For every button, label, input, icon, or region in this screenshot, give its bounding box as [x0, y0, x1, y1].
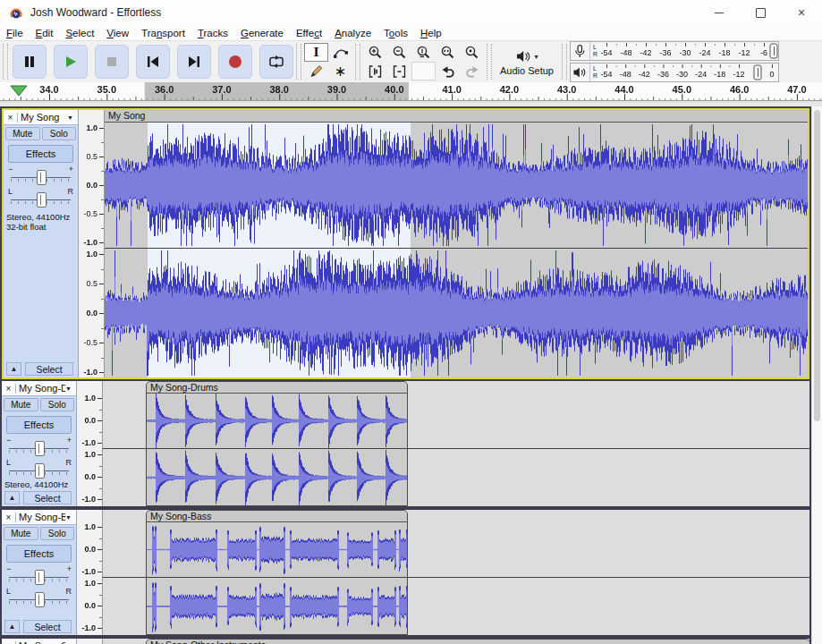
close-track-icon[interactable]: × [4, 113, 18, 123]
solo-button[interactable]: Solo [40, 398, 75, 411]
mute-button[interactable]: Mute [5, 127, 40, 140]
menu-edit[interactable]: Edit [30, 27, 60, 39]
loop-button[interactable] [259, 45, 293, 79]
menu-analyze[interactable]: Analyze [328, 27, 377, 39]
play-button[interactable] [54, 45, 88, 79]
track-name[interactable]: My Song [18, 112, 67, 123]
menu-view[interactable]: View [100, 27, 135, 39]
waveform-channel-right[interactable] [147, 579, 407, 634]
track-name[interactable]: My Song-Other Instruments [16, 640, 65, 644]
effects-button[interactable]: Effects [6, 545, 72, 563]
silence-audio-button[interactable] [387, 62, 411, 80]
playback-meter[interactable] [599, 64, 778, 81]
close-track-icon[interactable]: × [2, 513, 16, 522]
zoom-in-button[interactable] [363, 43, 387, 62]
undo-button[interactable] [436, 62, 460, 80]
audio-clip[interactable]: My Song-Other Instruments [146, 639, 809, 644]
skip-to-start-button[interactable] [136, 45, 170, 79]
envelope-tool-button[interactable] [328, 43, 352, 62]
clip-header[interactable]: My Song-Drums [147, 382, 407, 394]
collapse-track-icon[interactable]: ▲ [4, 620, 20, 633]
menu-generate[interactable]: Generate [234, 27, 290, 39]
toolbar-gripper[interactable] [296, 44, 301, 80]
waveform-channel-left[interactable] [105, 123, 808, 248]
select-track-button[interactable]: Select [23, 491, 72, 504]
menu-select[interactable]: Select [59, 27, 100, 39]
vertical-ruler[interactable] [77, 381, 103, 506]
menu-file[interactable]: File [0, 27, 30, 39]
track-menu-caret-icon[interactable]: ▼ [65, 386, 76, 392]
vertical-ruler[interactable] [77, 510, 103, 635]
menu-effect[interactable]: Effect [290, 27, 328, 39]
track-name[interactable]: My Song-Drums [16, 383, 65, 394]
gain-slider-thumb[interactable] [35, 441, 45, 456]
audio-setup-button[interactable]: ▾ Audio Setup [500, 44, 554, 80]
track-menu-caret-icon[interactable]: ▼ [67, 114, 78, 121]
toolbar-gripper[interactable] [3, 44, 8, 80]
recording-meter[interactable] [599, 42, 778, 60]
timeline-ruler[interactable] [0, 82, 822, 106]
vertical-ruler[interactable] [79, 110, 105, 377]
collapse-track-icon[interactable]: ▲ [6, 362, 21, 376]
audio-clip[interactable]: My Song-Bass [146, 510, 408, 635]
playback-meter-button[interactable] [571, 64, 590, 81]
clip-header[interactable]: My Song [105, 110, 808, 123]
selection-tool-button[interactable]: I [304, 43, 328, 62]
solo-button[interactable]: Solo [42, 127, 77, 140]
multi-tool-button[interactable]: ∗ [328, 62, 352, 80]
gain-slider-thumb[interactable] [37, 170, 47, 185]
gain-slider[interactable]: − + [9, 436, 69, 456]
close-button[interactable]: × [781, 0, 822, 25]
menu-tools[interactable]: Tools [377, 27, 414, 39]
pan-slider-thumb[interactable] [35, 463, 45, 479]
select-track-button[interactable]: Select [25, 362, 73, 376]
toolbar-gripper[interactable] [562, 44, 567, 80]
waveform-area[interactable]: My Song-Drums [103, 381, 809, 506]
minimize-button[interactable] [699, 0, 740, 25]
timeline-canvas[interactable] [0, 82, 822, 106]
waveform-channel-left[interactable] [147, 522, 407, 577]
gain-slider-thumb[interactable] [35, 570, 45, 585]
skip-to-end-button[interactable] [177, 45, 211, 79]
gain-slider[interactable]: − + [11, 165, 71, 185]
pan-slider-thumb[interactable] [35, 592, 45, 607]
toolbar-gripper[interactable] [355, 44, 360, 80]
pan-slider[interactable]: L R [11, 187, 71, 208]
zoom-out-button[interactable] [387, 43, 411, 62]
close-track-icon[interactable]: × [2, 384, 16, 394]
menu-tracks[interactable]: Tracks [191, 27, 234, 39]
vertical-scrollbar[interactable] [811, 106, 822, 644]
clip-header[interactable]: My Song-Bass [147, 511, 407, 522]
waveform-channel-left[interactable] [147, 394, 407, 448]
toolbar-gripper[interactable] [487, 44, 492, 80]
zoom-toggle-button[interactable] [460, 43, 484, 62]
effects-button[interactable]: Effects [8, 145, 73, 163]
track-menu-caret-icon[interactable]: ▼ [65, 514, 76, 521]
menu-help[interactable]: Help [414, 27, 448, 39]
pan-slider[interactable]: L R [9, 587, 69, 607]
redo-button[interactable] [460, 62, 484, 80]
clip-header[interactable]: My Song-Other Instruments [147, 640, 809, 644]
scrollbar-thumb[interactable] [814, 110, 820, 421]
effects-button[interactable]: Effects [6, 416, 72, 434]
select-track-button[interactable]: Select [23, 620, 72, 633]
maximize-button[interactable] [740, 0, 781, 25]
mute-button[interactable]: Mute [4, 527, 38, 540]
waveform-channel-right[interactable] [147, 450, 407, 505]
gain-slider[interactable]: − + [9, 564, 69, 585]
pan-slider[interactable]: L R [9, 458, 69, 479]
waveform-area[interactable]: My Song-Bass [103, 510, 809, 635]
record-meter-button[interactable] [571, 42, 590, 60]
pan-slider-thumb[interactable] [37, 192, 47, 208]
zoom-fit-project-button[interactable] [436, 43, 460, 62]
solo-button[interactable]: Solo [40, 527, 75, 540]
waveform-area[interactable]: My Song [105, 110, 808, 377]
record-button[interactable] [218, 45, 252, 79]
zoom-to-selection-button[interactable] [411, 43, 436, 62]
stop-button[interactable] [95, 45, 129, 79]
audio-clip[interactable]: My Song-Drums [146, 381, 408, 506]
close-track-icon[interactable]: × [2, 641, 16, 644]
menu-transport[interactable]: Transport [135, 27, 191, 39]
draw-tool-button[interactable] [304, 62, 328, 80]
mute-button[interactable]: Mute [4, 398, 38, 411]
